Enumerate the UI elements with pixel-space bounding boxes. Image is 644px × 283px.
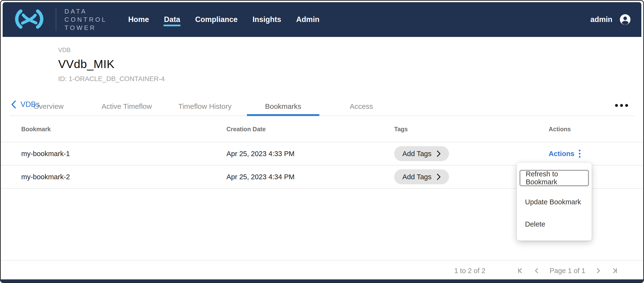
bookmark-name: my-bookmark-1 xyxy=(21,150,226,158)
last-page-icon xyxy=(611,267,618,274)
add-tags-button[interactable]: Add Tags xyxy=(394,146,449,161)
first-page-icon xyxy=(517,267,524,274)
table-header-row: Bookmark Creation Date Tags Actions xyxy=(1,117,643,142)
last-page-button[interactable] xyxy=(611,267,618,274)
bookmark-name: my-bookmark-2 xyxy=(21,173,226,181)
account-circle-icon[interactable] xyxy=(620,14,631,25)
wordmark-line: TOWER xyxy=(64,24,107,32)
actions-label: Actions xyxy=(549,150,574,158)
nav-item-data[interactable]: Data xyxy=(164,2,180,37)
brand-divider xyxy=(56,8,56,31)
title-block: VDB VVdb_MIK ID: 1-ORACLE_DB_CONTAINER-4 xyxy=(58,46,164,83)
creation-date: Apr 25, 2023 4:33 PM xyxy=(226,150,394,158)
menu-item-delete[interactable]: Delete xyxy=(525,220,592,228)
entity-id: ID: 1-ORACLE_DB_CONTAINER-4 xyxy=(58,75,164,83)
chevron-right-icon xyxy=(437,173,441,180)
tab-bar: Overview Active Timeflow Timeflow Histor… xyxy=(10,97,635,116)
chevron-right-icon xyxy=(594,267,602,274)
table-row: my-bookmark-1 Apr 25, 2023 4:33 PM Add T… xyxy=(1,142,643,166)
add-tags-label: Add Tags xyxy=(402,150,431,158)
brand[interactable]: DATA CONTROL TOWER xyxy=(11,2,107,37)
nav-item-home[interactable]: Home xyxy=(128,2,149,37)
nav-item-compliance[interactable]: Compliance xyxy=(195,2,238,37)
product-wordmark: DATA CONTROL TOWER xyxy=(64,7,107,32)
menu-item-label: Refresh to Bookmark xyxy=(526,170,588,186)
nav-item-insights[interactable]: Insights xyxy=(252,2,281,37)
tab-overview[interactable]: Overview xyxy=(10,97,88,116)
app-window: DATA CONTROL TOWER Home Data Compliance … xyxy=(0,0,644,283)
column-header-bookmark: Bookmark xyxy=(21,126,226,133)
actions-dropdown-menu: Refresh to Bookmark Update Bookmark Dele… xyxy=(517,163,592,241)
kebab-menu-icon xyxy=(578,149,581,158)
menu-item-update-bookmark[interactable]: Update Bookmark xyxy=(525,198,592,206)
pagination-bar: 1 to 2 of 2 Page 1 of 1 xyxy=(1,260,643,281)
column-header-actions: Actions xyxy=(532,126,635,133)
row-range-label: 1 to 2 of 2 xyxy=(454,267,486,275)
tab-active-timeflow[interactable]: Active Timeflow xyxy=(88,97,166,116)
bottom-edge-bar xyxy=(1,280,643,282)
wordmark-line: DATA xyxy=(64,7,107,15)
column-header-tags: Tags xyxy=(394,126,532,133)
chevron-left-icon xyxy=(533,267,540,274)
page-indicator-label: Page 1 of 1 xyxy=(550,267,585,275)
main-navbar: DATA CONTROL TOWER Home Data Compliance … xyxy=(3,2,641,37)
entity-type-label: VDB xyxy=(58,46,164,53)
tab-bookmarks[interactable]: Bookmarks xyxy=(244,97,322,116)
user-menu[interactable]: admin xyxy=(590,14,631,25)
primary-nav: Home Data Compliance Insights Admin xyxy=(128,2,319,37)
tab-access[interactable]: Access xyxy=(322,97,400,116)
add-tags-label: Add Tags xyxy=(402,173,431,181)
wordmark-line: CONTROL xyxy=(64,15,107,24)
username-label: admin xyxy=(590,15,612,24)
next-page-button[interactable] xyxy=(594,267,602,274)
column-header-creation-date: Creation Date xyxy=(226,126,394,133)
add-tags-button[interactable]: Add Tags xyxy=(394,169,449,184)
first-page-button[interactable] xyxy=(517,267,524,274)
menu-item-refresh-to-bookmark[interactable]: Refresh to Bookmark xyxy=(520,170,589,186)
page-title: VVdb_MIK xyxy=(58,57,164,71)
creation-date: Apr 25, 2023 4:34 PM xyxy=(226,173,394,181)
delphix-logo-icon xyxy=(11,8,48,31)
chevron-right-icon xyxy=(437,150,441,157)
tab-timeflow-history[interactable]: Timeflow History xyxy=(166,97,244,116)
nav-item-admin[interactable]: Admin xyxy=(296,2,319,37)
previous-page-button[interactable] xyxy=(533,267,540,274)
row-actions-button[interactable]: Actions xyxy=(549,149,581,158)
page-header: VDBs VDB VVdb_MIK ID: 1-ORACLE_DB_CONTAI… xyxy=(1,37,643,97)
